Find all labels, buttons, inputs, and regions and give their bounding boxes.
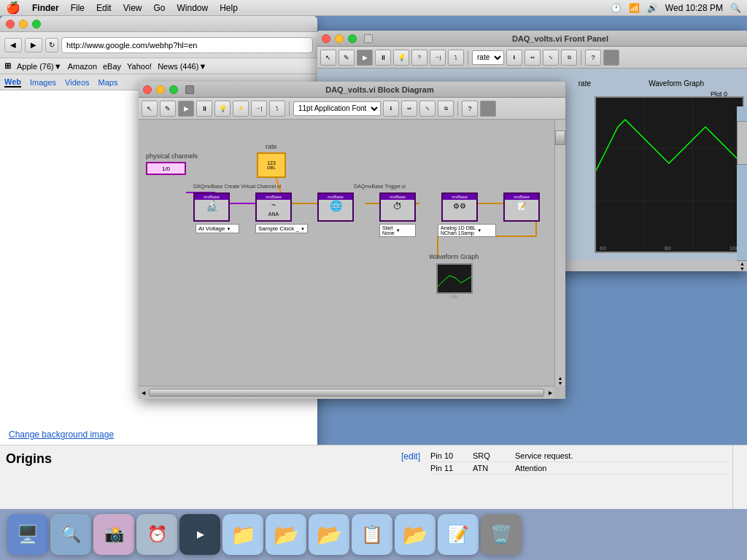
bd-extra-btn[interactable] [480, 101, 496, 117]
bd-help-btn[interactable]: ? [462, 101, 478, 117]
bookmark-news[interactable]: News (446)▼ [158, 62, 206, 71]
rate-control[interactable]: 123 DBL [257, 152, 286, 178]
menu-window[interactable]: Window [177, 3, 209, 13]
bd-arrow-tool[interactable]: ↖ [142, 101, 158, 117]
window-maximize-button[interactable] [32, 20, 41, 28]
fp-step-over-btn[interactable]: ⤵ [448, 50, 464, 66]
fp-reorder-btn[interactable]: ⧉ [561, 50, 577, 66]
sample-clock-dropdown[interactable]: Sample Clock _ [255, 224, 308, 233]
vi-block-2[interactable]: mxBase ~ANA [255, 192, 292, 222]
vi-block-6[interactable]: mxBase 📝 [503, 192, 540, 222]
bd-canvas: physical channels 1/0 rate 123 DBL DAQmx… [139, 120, 565, 399]
dock-folder-3[interactable]: 📂 [309, 514, 349, 555]
menu-finder[interactable]: Finder [32, 3, 59, 13]
bd-scroll-h-thumb[interactable] [149, 389, 544, 397]
bd-minimize-button[interactable] [156, 85, 165, 94]
bd-scroll-right[interactable]: ▶ [546, 386, 554, 399]
bd-maximize-button[interactable] [169, 85, 178, 94]
fp-step-btn[interactable]: →| [430, 50, 446, 66]
address-bar[interactable] [61, 37, 313, 53]
fp-maximize-button[interactable] [348, 34, 357, 43]
tab-images[interactable]: Images [30, 78, 56, 87]
fp-resize-btn[interactable]: ⤡ [543, 50, 559, 66]
window-close-button[interactable] [6, 20, 15, 28]
change-bg-link[interactable]: Change background image [9, 429, 114, 440]
bd-scrollbar-h[interactable]: ◀ ▶ [139, 386, 554, 399]
tab-maps[interactable]: Maps [98, 78, 118, 87]
bd-close-button[interactable] [143, 85, 152, 94]
window-minimize-button[interactable] [19, 20, 28, 28]
fp-extra-btn[interactable] [603, 50, 619, 66]
fp-align-btn[interactable]: ⫿ [506, 50, 522, 66]
waveform-chart[interactable]: 6080100 [595, 96, 744, 253]
dock-trash[interactable]: 🗑️ [481, 514, 522, 555]
pin-row-10: Pin 10 SRQ Service request. [430, 450, 728, 462]
bd-resize-btn[interactable]: ⤡ [419, 101, 436, 117]
menu-file[interactable]: File [71, 3, 85, 13]
bd-align-btn[interactable]: ⫿ [383, 101, 399, 117]
bd-scroll-v-thumb[interactable] [555, 131, 565, 145]
bd-pause-btn[interactable]: ⏸ [196, 101, 212, 117]
fp-scrollbar-v[interactable]: ▲ ▼ [737, 106, 747, 271]
fp-help-btn[interactable]: ? [585, 50, 601, 66]
bd-light-btn[interactable]: 💡 [214, 101, 231, 117]
bd-font-select[interactable]: 11pt Application Font [293, 101, 381, 116]
fp-pencil-tool[interactable]: ✎ [338, 50, 355, 66]
forward-button[interactable]: ▶ [25, 38, 42, 52]
dock-camera[interactable]: 📸 [93, 514, 134, 555]
bd-dist-btn[interactable]: ⇔ [401, 101, 417, 117]
dock-labview[interactable]: ▶ [179, 514, 220, 555]
fp-run-btn[interactable]: ▶ [357, 50, 373, 66]
back-button[interactable]: ◀ [4, 38, 22, 52]
vi-block-4[interactable]: mxBase ⏱ [379, 192, 416, 222]
menu-view[interactable]: View [123, 3, 142, 13]
fp-close-button[interactable] [322, 34, 330, 43]
fp-font-select[interactable]: rate [472, 50, 504, 65]
ai-voltage-dropdown[interactable]: AI Voltage [196, 224, 239, 233]
bookmark-yahoo[interactable]: Yahoo! [127, 62, 152, 71]
bd-broken-arrow[interactable]: ⚡ [233, 101, 249, 117]
fp-pause-btn[interactable]: ⏸ [375, 50, 391, 66]
dock-search[interactable]: 🔍 [50, 514, 91, 555]
analog-dbl-dropdown[interactable]: Analog 1D DBL NChan 1Samp [438, 224, 496, 237]
fp-light-btn[interactable]: 💡 [393, 50, 409, 66]
dock-folder-5[interactable]: 📂 [395, 514, 436, 555]
refresh-button[interactable]: ↻ [45, 38, 58, 52]
origins-edit-link[interactable]: [edit] [401, 451, 420, 462]
bd-run-btn[interactable]: ▶ [178, 101, 194, 117]
menu-edit[interactable]: Edit [96, 3, 112, 13]
start-none-dropdown[interactable]: Start None [379, 224, 416, 237]
bd-scrollbar-v[interactable]: ▲ ▼ [554, 120, 565, 386]
dock-folder-6[interactable]: 📝 [438, 514, 479, 555]
origins-panel: Origins [edit] [0, 446, 426, 509]
bd-step-over[interactable]: ⤵ [269, 101, 285, 117]
dock-folder-1[interactable]: 📁 [222, 514, 263, 555]
apple-menu[interactable]: 🍎 [6, 1, 20, 15]
fp-dist-btn[interactable]: ⇔ [525, 50, 541, 66]
menu-go[interactable]: Go [154, 3, 166, 13]
bookmark-apple[interactable]: Apple (76)▼ [17, 62, 62, 71]
physical-channels-control[interactable]: 1/0 [146, 162, 186, 175]
fp-minimize-button[interactable] [335, 34, 344, 43]
vi-block-1[interactable]: mxBase 🔬 [193, 192, 230, 222]
dock-folder-2[interactable]: 📂 [266, 514, 306, 555]
dock-timemachine[interactable]: ⏰ [136, 514, 177, 555]
menu-help[interactable]: Help [220, 3, 238, 13]
fp-arrow-tool[interactable]: ↖ [320, 50, 336, 66]
dock-folder-4[interactable]: 📋 [352, 514, 392, 555]
bookmark-amazon[interactable]: Amazon [68, 62, 97, 71]
bd-step-btn[interactable]: →| [251, 101, 267, 117]
bd-scroll-left[interactable]: ◀ [139, 386, 147, 399]
waveform-graph-block[interactable]: DBL [436, 263, 473, 294]
fp-scroll-thumb[interactable] [737, 121, 747, 165]
spotlight-icon[interactable]: 🔍 [730, 3, 741, 13]
tab-videos[interactable]: Videos [65, 78, 89, 87]
bd-reorder-btn[interactable]: ⧉ [438, 101, 454, 117]
bookmark-ebay[interactable]: eBay [103, 62, 121, 71]
fp-context-btn[interactable]: ? [411, 50, 427, 66]
tab-web[interactable]: Web [4, 77, 21, 88]
dock-finder[interactable]: 🖥️ [7, 514, 48, 555]
bd-pencil-tool[interactable]: ✎ [160, 101, 176, 117]
vi-block-5[interactable]: mxBase ⚙⚙ [441, 192, 478, 222]
vi-block-3[interactable]: mxBase 🌐 [317, 192, 354, 222]
